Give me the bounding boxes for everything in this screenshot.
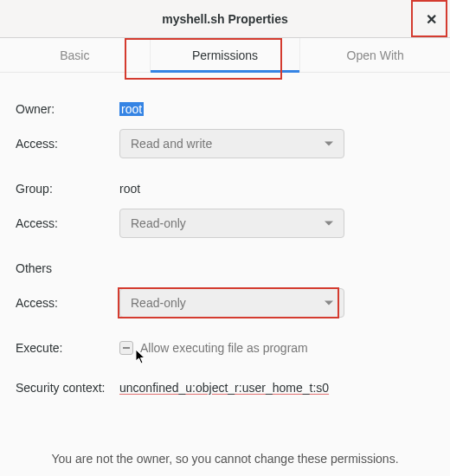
row-owner: Owner: root (16, 92, 434, 126)
execute-checkbox-label: Allow executing file as program (140, 341, 308, 355)
group-access-value: Read-only (131, 216, 186, 230)
row-others: Others (16, 251, 434, 286)
group-access-dropdown[interactable]: Read-only (119, 209, 344, 238)
window-title: myshell.sh Properties (162, 12, 288, 26)
tab-permissions[interactable]: Permissions (151, 38, 301, 72)
label-group: Group: (16, 182, 119, 196)
owner-access-dropdown[interactable]: Read and write (119, 129, 344, 158)
row-security-context: Security context: unconfined_u:object_r:… (16, 370, 434, 405)
label-security-context: Security context: (16, 381, 119, 395)
row-owner-access: Access: Read and write (16, 126, 434, 161)
label-owner-access: Access: (16, 137, 119, 151)
execute-checkbox[interactable] (119, 341, 133, 355)
execute-checkbox-wrap[interactable]: Allow executing file as program (119, 341, 308, 355)
row-execute: Execute: Allow executing file as program (16, 331, 434, 365)
properties-window: myshell.sh Properties ✕ Basic Permission… (0, 0, 450, 476)
tab-open-with[interactable]: Open With (300, 38, 450, 72)
row-group-access: Access: Read-only (16, 206, 434, 241)
tabbar: Basic Permissions Open With (0, 38, 450, 73)
label-others-access: Access: (16, 296, 119, 310)
owner-value: root (119, 102, 144, 116)
label-execute: Execute: (16, 341, 119, 355)
minus-icon (123, 347, 130, 349)
others-access-dropdown[interactable]: Read-only (119, 288, 344, 318)
label-group-access: Access: (16, 216, 119, 230)
label-owner: Owner: (16, 102, 119, 116)
label-others: Others (16, 261, 119, 275)
tab-basic[interactable]: Basic (0, 38, 151, 72)
owner-access-value: Read and write (131, 137, 212, 151)
footer-message: You are not the owner, so you cannot cha… (0, 452, 450, 466)
close-button[interactable]: ✕ (419, 7, 443, 31)
permissions-panel: Owner: root Access: Read and write Group… (0, 73, 450, 405)
row-group: Group: root (16, 171, 434, 206)
titlebar: myshell.sh Properties ✕ (0, 0, 450, 38)
close-icon: ✕ (426, 11, 437, 28)
others-access-value: Read-only (131, 296, 186, 310)
security-context-value: unconfined_u:object_r:user_home_t:s0 (119, 381, 329, 395)
row-others-access: Access: Read-only (16, 286, 434, 320)
group-value: root (119, 182, 140, 196)
